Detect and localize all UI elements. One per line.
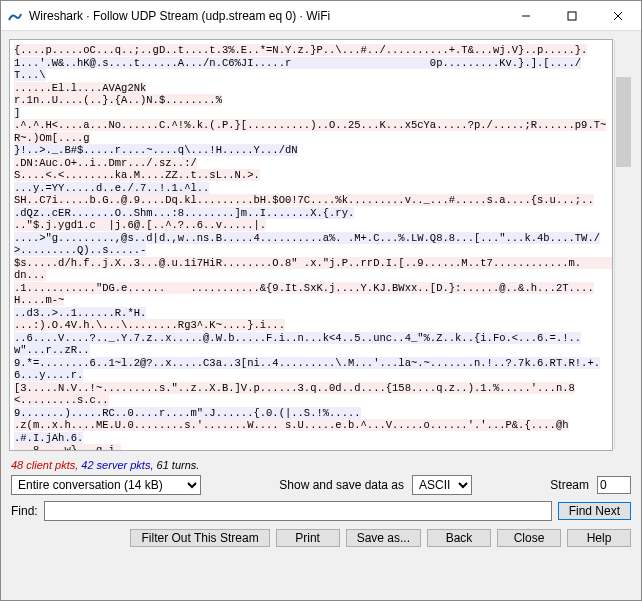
wireshark-icon <box>7 8 23 24</box>
filter-out-button[interactable]: Filter Out This Stream <box>130 529 269 547</box>
svg-rect-1 <box>568 12 576 20</box>
stream-label: Stream <box>550 478 589 492</box>
find-label: Find: <box>11 504 38 518</box>
packet-summary: 48 client pkts, 42 server pkts, 61 turns… <box>1 457 641 475</box>
close-button[interactable] <box>595 1 641 30</box>
help-button[interactable]: Help <box>567 529 631 547</box>
turns-count: 61 turns. <box>157 459 200 471</box>
find-input[interactable] <box>44 501 552 521</box>
button-row: Filter Out This Stream Print Save as... … <box>1 527 641 555</box>
show-as-label: Show and save data as <box>279 478 404 492</box>
find-row: Find: Find Next <box>1 499 641 527</box>
controls-row: Entire conversation (14 kB) Show and sav… <box>1 475 641 499</box>
conversation-select[interactable]: Entire conversation (14 kB) <box>11 475 201 495</box>
save-as-button[interactable]: Save as... <box>346 529 421 547</box>
scrollbar[interactable] <box>614 41 631 449</box>
scrollbar-thumb[interactable] <box>616 77 631 167</box>
back-button[interactable]: Back <box>427 529 491 547</box>
print-button[interactable]: Print <box>276 529 340 547</box>
stream-content-area: {....p.....oC...q..;..gD..t....t.3%.E..*… <box>1 31 641 457</box>
maximize-button[interactable] <box>549 1 595 30</box>
titlebar: Wireshark · Follow UDP Stream (udp.strea… <box>1 1 641 31</box>
find-next-button[interactable]: Find Next <box>558 502 631 520</box>
format-select[interactable]: ASCII <box>412 475 472 495</box>
minimize-button[interactable] <box>503 1 549 30</box>
server-pkts: 42 server pkts, <box>81 459 153 471</box>
window-title: Wireshark · Follow UDP Stream (udp.strea… <box>29 9 503 23</box>
client-pkts: 48 client pkts, <box>11 459 78 471</box>
close-dialog-button[interactable]: Close <box>497 529 561 547</box>
stream-number-input[interactable] <box>597 476 631 494</box>
stream-text-box[interactable]: {....p.....oC...q..;..gD..t....t.3%.E..*… <box>9 39 613 451</box>
